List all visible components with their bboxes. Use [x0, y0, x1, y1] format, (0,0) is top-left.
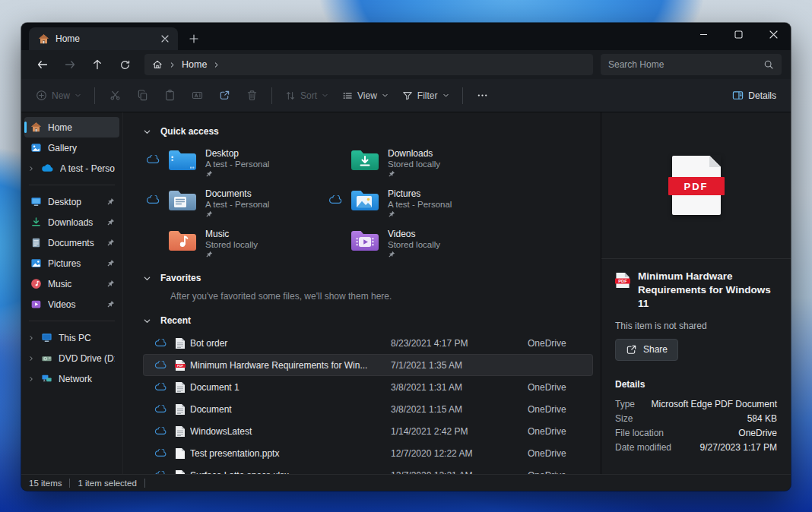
quick-access-grid: Desktop A test - Personal Downloads — [143, 144, 601, 262]
address-bar[interactable]: Home — [144, 54, 593, 75]
refresh-icon[interactable] — [113, 53, 137, 76]
chevron-down-icon[interactable] — [143, 128, 151, 136]
navigation-bar: Home — [21, 50, 791, 79]
share-button-label: Share — [643, 344, 668, 355]
file-location: OneDrive — [528, 426, 593, 437]
sidebar-item-label: This PC — [59, 333, 115, 343]
recent-row[interactable]: Bot order 8/23/2021 4:17 PM OneDrive — [143, 332, 593, 354]
quick-access-tile-desktop[interactable]: Desktop A test - Personal — [143, 144, 325, 182]
desktop-folder-icon — [166, 148, 199, 172]
tab-bar: Home — [21, 23, 791, 50]
chevron-down-icon[interactable] — [143, 274, 151, 283]
filter-button-label: Filter — [417, 90, 438, 101]
section-quick-access[interactable]: Quick access — [143, 123, 601, 140]
section-favorites[interactable]: Favorites — [143, 270, 601, 286]
navigation-pane: Home Gallery A test - Personal Desktop — [21, 112, 123, 474]
file-name: Minimum Hardware Requirements for Win... — [190, 360, 391, 371]
file-date: 3/8/2021 1:31 AM — [391, 382, 528, 393]
breadcrumb-chevron-icon[interactable] — [213, 62, 220, 68]
delete-button[interactable] — [238, 84, 265, 108]
forward-icon[interactable] — [58, 53, 82, 76]
cut-button[interactable] — [101, 84, 128, 108]
new-button[interactable]: New — [29, 84, 88, 108]
recent-row[interactable]: Test presentation.pptx 12/7/2020 12:22 A… — [143, 442, 593, 464]
recent-row[interactable]: Document 1 3/8/2021 1:31 AM OneDrive — [143, 376, 593, 398]
chevron-right-icon[interactable] — [27, 376, 35, 382]
new-tab-button[interactable] — [184, 29, 204, 49]
pictures-icon — [30, 258, 42, 269]
sidebar-item-label: Downloads — [48, 217, 100, 228]
details-pane-toggle[interactable]: Details — [725, 84, 783, 108]
sidebar-item-music[interactable]: Music — [24, 273, 119, 294]
tile-name: Documents — [205, 188, 269, 199]
breadcrumb-home-icon[interactable] — [152, 59, 163, 70]
cloud-status-icon — [325, 195, 345, 204]
sidebar-item-home[interactable]: Home — [24, 117, 119, 137]
music-folder-icon — [166, 229, 199, 253]
file-location: OneDrive — [528, 338, 593, 349]
up-icon[interactable] — [85, 53, 109, 76]
tab-home[interactable]: Home — [29, 27, 178, 50]
quick-access-tile-downloads[interactable]: Downloads Stored locally — [325, 144, 508, 182]
recent-row[interactable]: Document 3/8/2021 1:15 AM OneDrive — [143, 398, 593, 420]
file-location: OneDrive — [528, 382, 593, 393]
view-button[interactable]: View — [335, 84, 395, 108]
sidebar-item-downloads[interactable]: Downloads — [24, 212, 119, 232]
sidebar-item-dvd-drive[interactable]: DVD Drive (D:) CCC — [24, 348, 119, 368]
maximize-icon[interactable] — [721, 23, 756, 46]
sidebar-item-documents[interactable]: Documents — [24, 232, 119, 253]
chevron-down-icon[interactable] — [143, 317, 151, 325]
minimize-icon[interactable] — [686, 23, 721, 46]
quick-access-tile-documents[interactable]: Documents A test - Personal — [143, 185, 325, 222]
copy-button[interactable] — [128, 84, 156, 108]
sidebar-item-pictures[interactable]: Pictures — [24, 253, 119, 273]
network-icon — [41, 373, 52, 384]
onedrive-cloud-icon — [41, 164, 54, 172]
sort-button-label: Sort — [300, 90, 317, 101]
search-input[interactable] — [608, 59, 763, 70]
share-button[interactable]: Share — [615, 339, 678, 361]
quick-access-tile-videos[interactable]: Videos Stored locally — [325, 225, 508, 262]
sidebar-item-videos[interactable]: Videos — [24, 294, 119, 314]
sidebar-item-this-pc[interactable]: This PC — [24, 327, 119, 348]
chevron-right-icon[interactable] — [27, 356, 35, 362]
sidebar-item-onedrive[interactable]: A test - Personal — [24, 158, 119, 179]
rename-button[interactable] — [183, 84, 211, 108]
status-bar: 15 items 1 item selected — [21, 474, 791, 491]
search-box[interactable] — [601, 54, 782, 75]
quick-access-tile-music[interactable]: Music Stored locally — [143, 225, 325, 262]
detail-value: 9/27/2023 1:17 PM — [700, 441, 777, 455]
search-icon[interactable] — [763, 59, 774, 70]
chevron-right-icon[interactable] — [27, 335, 35, 341]
chevron-right-icon[interactable] — [27, 166, 35, 172]
recent-files-list: Bot order 8/23/2021 4:17 PM OneDrive PDF… — [143, 332, 601, 474]
filter-button[interactable]: Filter — [395, 84, 456, 108]
sidebar-item-network[interactable]: Network — [24, 368, 119, 389]
paste-button[interactable] — [156, 84, 183, 108]
see-more-button[interactable] — [469, 84, 496, 108]
tile-name: Desktop — [205, 148, 269, 159]
section-recent[interactable]: Recent — [143, 312, 601, 329]
back-icon[interactable] — [30, 53, 55, 76]
close-icon[interactable] — [756, 23, 791, 46]
tab-close-icon[interactable] — [158, 32, 172, 46]
sidebar-item-label: Network — [59, 374, 115, 384]
share-button-toolbar[interactable] — [211, 84, 238, 108]
recent-row[interactable]: WindowsLatest 1/14/2021 2:42 PM OneDrive — [143, 420, 593, 442]
sort-button[interactable]: Sort — [278, 84, 335, 108]
sidebar-item-desktop[interactable]: Desktop — [24, 191, 119, 212]
breadcrumb[interactable]: Home — [182, 59, 207, 70]
recent-row[interactable]: Surface Latte specs.xlsx 12/7/2020 12:21… — [143, 464, 593, 474]
file-date: 1/14/2021 2:42 PM — [391, 426, 528, 437]
desktop-icon — [30, 196, 42, 207]
pin-icon — [106, 300, 115, 308]
pin-icon — [205, 210, 269, 218]
music-icon — [30, 278, 42, 289]
recent-row-selected[interactable]: PDF Minimum Hardware Requirements for Wi… — [143, 354, 593, 376]
pdf-file-icon: PDF — [170, 359, 190, 371]
quick-access-tile-pictures[interactable]: Pictures A test - Personal — [325, 185, 508, 222]
sidebar-item-gallery[interactable]: Gallery — [24, 137, 119, 158]
sidebar-item-label: Desktop — [48, 197, 100, 207]
selected-file-title: Minimum Hardware Requirements for Window… — [638, 270, 777, 311]
toolbar-separator — [462, 87, 463, 104]
